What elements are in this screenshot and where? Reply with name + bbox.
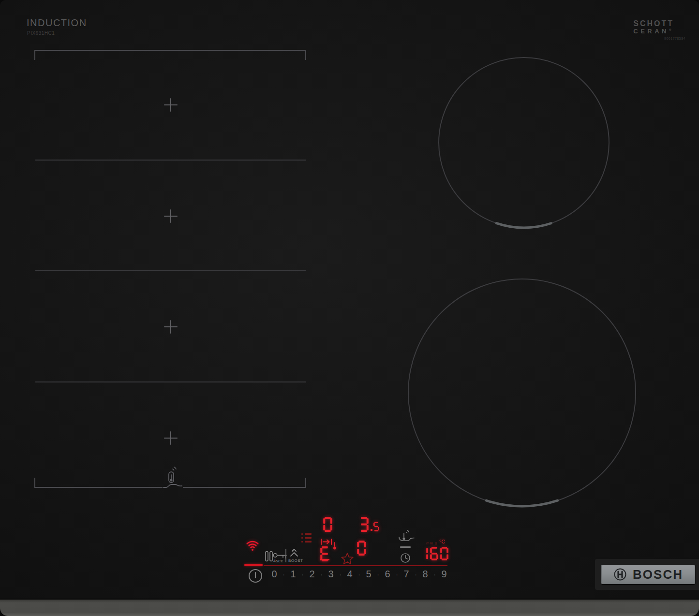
level-key-0[interactable]: 0 [269,569,280,580]
power-slider-active[interactable] [244,564,263,566]
display-rear-left-level [323,517,332,532]
display-timer-value [420,547,448,560]
scale-dot: · [336,571,344,578]
key-hold-label: 4sec [273,558,283,563]
schott-logo-line1: SCHOTT [633,19,674,28]
schott-ceran-logo: SCHOTT CERAN® [633,19,674,35]
induction-hob: INDUCTION PIX631HC1 SCHOTT CERAN® 900177… [0,0,699,616]
status-underline [320,559,329,560]
frying-sensor-icon[interactable] [398,529,415,543]
front-trim-strip [0,599,699,616]
scale-dot: · [298,571,307,578]
wifi-icon[interactable] [244,537,261,552]
timer-clock-icon[interactable] [400,552,411,564]
level-key-3[interactable]: 3 [326,569,336,580]
power-slider-track[interactable] [264,565,447,566]
display-power-level [359,517,369,532]
bosch-logo-plaque: BOSCH [601,565,695,584]
boost-icon[interactable] [289,549,299,557]
scale-dot: · [412,571,420,578]
scale-dot: · [431,571,439,578]
glass-serial-number: 9001778584 [664,37,685,40]
display-front-left-level [357,541,366,556]
scale-dot: · [317,571,326,578]
zone-menu-icon[interactable] [301,531,312,544]
product-title: INDUCTION [27,17,87,29]
registered-mark: ® [669,29,674,31]
ceramic-glass-surface [0,0,699,600]
pause-icon[interactable] [265,551,273,562]
bosch-armature-icon [613,568,627,581]
level-key-7[interactable]: 7 [401,569,412,580]
schott-logo-line2: CERAN® [633,28,674,35]
bosch-logo-text: BOSCH [633,567,683,582]
level-key-8[interactable]: 8 [420,569,431,580]
scale-dot: · [393,571,401,578]
power-slider[interactable] [244,563,447,567]
level-key-2[interactable]: 2 [307,569,317,580]
timer-temp-unit: °C [439,539,445,544]
scale-dot: · [374,571,382,578]
level-key-5[interactable]: 5 [363,569,374,580]
boost-label: BOOST [288,558,303,563]
level-key-4[interactable]: 4 [344,569,355,580]
model-number: PIX631HC1 [27,30,55,36]
display-power-level-decimal [373,522,379,531]
level-key-9[interactable]: 9 [439,569,449,580]
level-key-6[interactable]: 6 [382,569,393,580]
pan-move-icon [320,538,333,545]
display-decimal-point [371,529,372,531]
power-level-scale[interactable]: 0 · 1 · 2 · 3 · 4 · 5 · 6 · 7 · 8 · 9 [269,569,453,580]
level-key-1[interactable]: 1 [288,569,298,580]
thermometer-icon [332,542,337,550]
timer-minsec-unit: min s [426,541,437,545]
scale-dot: · [280,571,288,578]
sensor-divider-line [400,546,411,548]
control-divider [285,549,286,562]
power-button[interactable] [247,568,264,584]
scale-dot: · [355,571,363,578]
